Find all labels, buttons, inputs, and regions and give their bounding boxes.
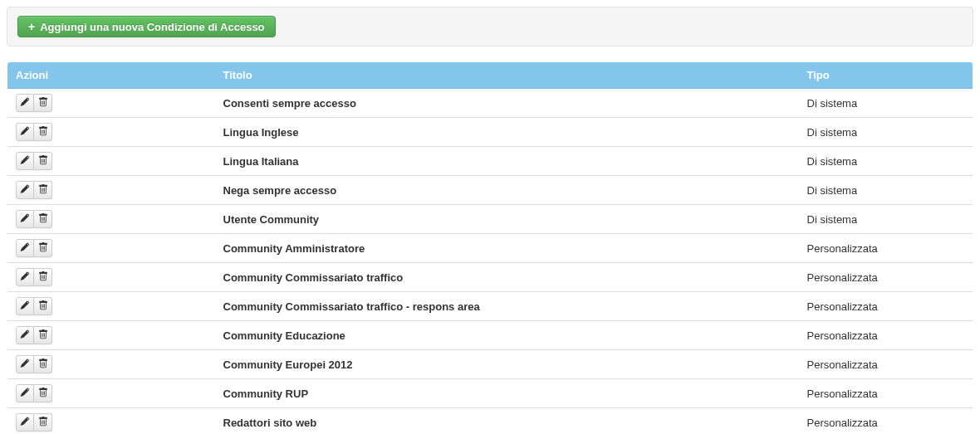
title-cell: Lingua Inglese xyxy=(215,118,799,147)
trash-icon xyxy=(38,97,48,110)
trash-icon xyxy=(38,213,48,226)
type-cell: Personalizzata xyxy=(799,350,973,379)
add-condition-button[interactable]: + Aggiungi una nuova Condizione di Acces… xyxy=(17,16,276,37)
actions-cell xyxy=(7,234,215,263)
plus-icon: + xyxy=(28,20,35,33)
pencil-icon xyxy=(20,97,30,110)
type-cell: Personalizzata xyxy=(799,321,973,350)
title-cell: Community Commissariato traffico xyxy=(215,263,799,292)
delete-button[interactable] xyxy=(34,326,52,344)
actions-cell xyxy=(7,118,215,147)
trash-icon xyxy=(38,126,48,139)
delete-button[interactable] xyxy=(34,94,52,112)
edit-button[interactable] xyxy=(16,239,34,257)
trash-icon xyxy=(38,388,48,400)
actions-cell xyxy=(7,176,215,205)
type-cell: Personalizzata xyxy=(799,408,973,435)
delete-button[interactable] xyxy=(34,297,52,315)
trash-icon xyxy=(38,300,48,313)
pencil-icon xyxy=(20,417,30,429)
pencil-icon xyxy=(20,388,30,400)
edit-button[interactable] xyxy=(16,181,34,199)
title-cell: Nega sempre accesso xyxy=(215,176,799,205)
table-row: Community RUPPersonalizzata xyxy=(7,379,973,408)
table-row: Consenti sempre accessoDi sistema xyxy=(7,89,973,118)
edit-button[interactable] xyxy=(16,384,34,402)
pencil-icon xyxy=(20,126,30,139)
table-row: Community AmministratorePersonalizzata xyxy=(7,234,973,263)
trash-icon xyxy=(38,242,48,255)
delete-button[interactable] xyxy=(34,268,52,286)
table-row: Utente CommunityDi sistema xyxy=(7,205,973,234)
type-cell: Di sistema xyxy=(799,89,973,118)
delete-button[interactable] xyxy=(34,413,52,432)
actions-cell xyxy=(7,350,215,379)
trash-icon xyxy=(38,329,48,342)
edit-button[interactable] xyxy=(16,123,34,141)
trash-icon xyxy=(38,184,48,197)
table-row: Community Europei 2012Personalizzata xyxy=(7,350,973,379)
header-title: Titolo xyxy=(215,62,799,89)
edit-button[interactable] xyxy=(16,413,34,432)
trash-icon xyxy=(38,358,48,371)
title-cell: Consenti sempre accesso xyxy=(215,89,799,118)
title-cell: Community Educazione xyxy=(215,321,799,350)
edit-button[interactable] xyxy=(16,152,34,170)
edit-button[interactable] xyxy=(16,326,34,344)
delete-button[interactable] xyxy=(34,355,52,373)
edit-button[interactable] xyxy=(16,210,34,228)
actions-cell xyxy=(7,147,215,176)
type-cell: Personalizzata xyxy=(799,292,973,321)
edit-button[interactable] xyxy=(16,94,34,112)
title-cell: Lingua Italiana xyxy=(215,147,799,176)
type-cell: Personalizzata xyxy=(799,234,973,263)
trash-icon xyxy=(38,155,48,168)
actions-cell xyxy=(7,408,215,435)
edit-button[interactable] xyxy=(16,268,34,286)
table-header-row: Azioni Titolo Tipo xyxy=(7,62,973,89)
toolbar-panel: + Aggiungi una nuova Condizione di Acces… xyxy=(7,7,973,46)
type-cell: Di sistema xyxy=(799,205,973,234)
title-cell: Redattori sito web xyxy=(215,408,799,435)
pencil-icon xyxy=(20,358,30,371)
edit-button[interactable] xyxy=(16,355,34,373)
pencil-icon xyxy=(20,155,30,168)
title-cell: Community Amministratore xyxy=(215,234,799,263)
table-row: Lingua IngleseDi sistema xyxy=(7,118,973,147)
type-cell: Di sistema xyxy=(799,147,973,176)
actions-cell xyxy=(7,263,215,292)
pencil-icon xyxy=(20,242,30,255)
trash-icon xyxy=(38,417,48,429)
type-cell: Di sistema xyxy=(799,118,973,147)
delete-button[interactable] xyxy=(34,239,52,257)
table-row: Redattori sito webPersonalizzata xyxy=(7,408,973,435)
actions-cell xyxy=(7,205,215,234)
table-row: Nega sempre accessoDi sistema xyxy=(7,176,973,205)
delete-button[interactable] xyxy=(34,181,52,199)
actions-cell xyxy=(7,321,215,350)
title-cell: Utente Community xyxy=(215,205,799,234)
table-row: Lingua ItalianaDi sistema xyxy=(7,147,973,176)
type-cell: Di sistema xyxy=(799,176,973,205)
pencil-icon xyxy=(20,184,30,197)
delete-button[interactable] xyxy=(34,123,52,141)
table-row: Community EducazionePersonalizzata xyxy=(7,321,973,350)
pencil-icon xyxy=(20,271,30,284)
delete-button[interactable] xyxy=(34,210,52,228)
pencil-icon xyxy=(20,213,30,226)
delete-button[interactable] xyxy=(34,152,52,170)
delete-button[interactable] xyxy=(34,384,52,402)
header-type: Tipo xyxy=(799,62,973,89)
add-button-label: Aggiungi una nuova Condizione di Accesso xyxy=(40,21,264,33)
title-cell: Community Commissariato traffico - respo… xyxy=(215,292,799,321)
edit-button[interactable] xyxy=(16,297,34,315)
title-cell: Community RUP xyxy=(215,379,799,408)
type-cell: Personalizzata xyxy=(799,379,973,408)
table-row: Community Commissariato trafficoPersonal… xyxy=(7,263,973,292)
actions-cell xyxy=(7,89,215,118)
conditions-table: Azioni Titolo Tipo Consenti sempre acces… xyxy=(7,61,973,434)
pencil-icon xyxy=(20,300,30,313)
trash-icon xyxy=(38,271,48,284)
table-row: Community Commissariato traffico - respo… xyxy=(7,292,973,321)
pencil-icon xyxy=(20,329,30,342)
